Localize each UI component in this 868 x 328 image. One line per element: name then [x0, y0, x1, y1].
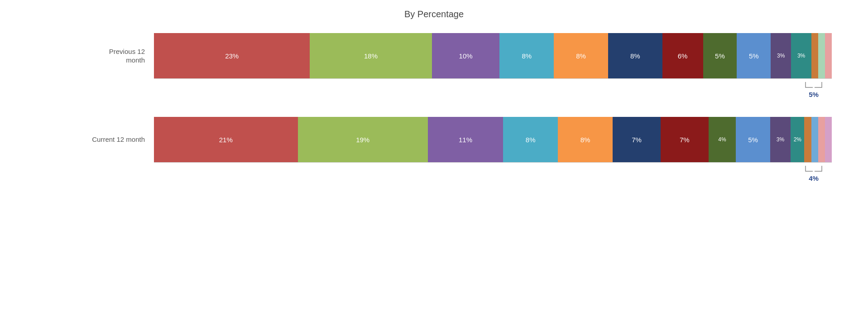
bar-segment-1-4: 8% [558, 117, 613, 162]
bar-segment-1-7: 4% [709, 117, 736, 162]
bar-segment-1-2: 11% [428, 117, 503, 162]
chart-container: By Percentage Previous 12 month23%18%10%… [0, 0, 868, 328]
bracket-symbol-1 [805, 164, 823, 174]
bar-segment-0-2: 10% [432, 33, 500, 78]
bracket-value-1: 4% [809, 174, 819, 182]
bracket-value-0: 5% [809, 91, 819, 98]
bar-segment-1-9: 3% [770, 117, 791, 162]
bar-row-1: Current 12 month21%19%11%8%8%7%7%4%5%3%2… [82, 117, 832, 162]
bar-segment-1-13 [818, 117, 825, 162]
bar-segment-0-5: 8% [608, 33, 662, 78]
bracket-symbol-0 [805, 81, 823, 90]
bar-track-0: 23%18%10%8%8%8%6%5%5%3%3% [154, 33, 832, 78]
bar-segment-0-11 [811, 33, 818, 78]
bar-segment-1-14 [825, 117, 832, 162]
bar-segment-0-3: 8% [499, 33, 554, 78]
bar-segment-0-10: 3% [791, 33, 811, 78]
row-wrapper-1: Current 12 month21%19%11%8%8%7%7%4%5%3%2… [82, 117, 832, 183]
bar-segment-1-11 [804, 117, 811, 162]
row-wrapper-0: Previous 12 month23%18%10%8%8%8%6%5%5%3%… [82, 33, 832, 99]
bar-segment-0-13 [825, 33, 832, 78]
bar-segment-0-12 [818, 33, 825, 78]
bracket-annotation-1: 4% [796, 164, 832, 182]
bar-segment-0-8: 5% [737, 33, 771, 78]
bar-row-0: Previous 12 month23%18%10%8%8%8%6%5%5%3%… [82, 33, 832, 78]
bar-segment-1-0: 21% [154, 117, 298, 162]
bar-track-1: 21%19%11%8%8%7%7%4%5%3%2% [154, 117, 832, 162]
bar-segment-0-4: 8% [554, 33, 608, 78]
bar-segment-1-6: 7% [661, 117, 709, 162]
chart-area: Previous 12 month23%18%10%8%8%8%6%5%5%3%… [0, 33, 868, 201]
bar-segment-1-1: 19% [298, 117, 428, 162]
row-label-1: Current 12 month [82, 135, 154, 144]
bar-segment-0-1: 18% [310, 33, 432, 78]
bar-segment-1-12 [811, 117, 818, 162]
annotation-area-0: 5% [154, 81, 832, 99]
annotation-row-0: 5% [82, 81, 832, 99]
bar-segment-1-5: 7% [613, 117, 661, 162]
bar-segment-1-3: 8% [503, 117, 558, 162]
row-label-0: Previous 12 month [82, 47, 154, 65]
bar-segment-0-6: 6% [662, 33, 703, 78]
bar-segment-0-0: 23% [154, 33, 310, 78]
bar-segment-0-9: 3% [771, 33, 791, 78]
bar-segment-0-7: 5% [703, 33, 737, 78]
bar-segment-1-10: 2% [791, 117, 804, 162]
chart-title: By Percentage [404, 9, 464, 19]
bar-segment-1-8: 5% [736, 117, 770, 162]
bracket-annotation-0: 5% [796, 81, 832, 98]
annotation-area-1: 4% [154, 164, 832, 183]
annotation-row-1: 4% [82, 164, 832, 183]
